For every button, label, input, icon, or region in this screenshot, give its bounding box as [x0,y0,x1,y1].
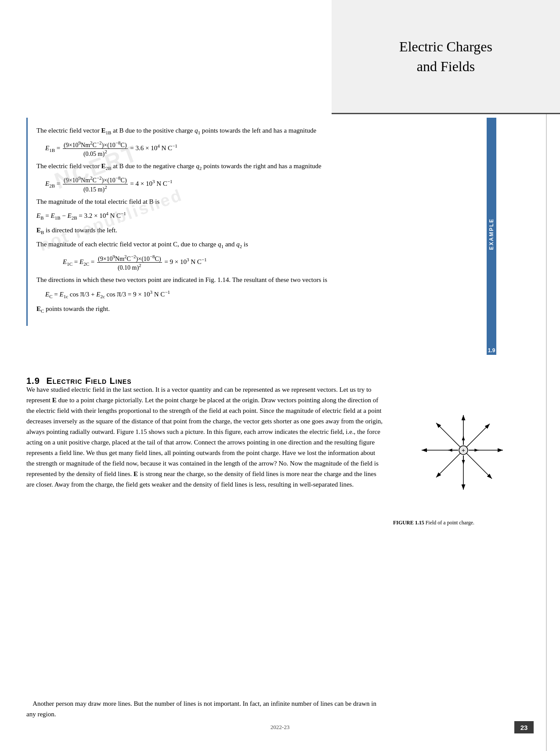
example-sidebar: EXAMPLE [487,118,496,350]
header-area: Electric Charges and Fields [332,0,560,114]
formula1: E1B = (9×109Nm2C−2)×(10−8C) (0.05 m)2 = … [45,140,477,158]
figure-caption-text: Field of a point charge. [424,520,474,526]
example-para2: The electric field vector E2B at B due t… [36,161,477,172]
example-para4: The magnitude of each electric field vec… [36,239,477,250]
year-text: 2022-23 [0,724,560,731]
example-number: 1.9 [487,346,496,355]
example-para6: EC points towards the right. [36,304,477,315]
body-paragraph1: We have studied electric field in the la… [26,384,384,490]
example-label: EXAMPLE [488,218,495,250]
example-para3b: EB is directed towards the left. [36,225,477,236]
svg-line-4 [466,424,490,447]
page-number: 23 [514,721,534,733]
figure-caption: FIGURE 1.15 Field of a point charge. [393,520,534,526]
body-text-bottom: Another person may draw more lines. But … [26,698,384,719]
figure-area: + [393,384,534,526]
formula5: EC = E1c cos π/3 + E2c cos π/3 = 9 × 103… [45,288,477,300]
svg-text:+: + [462,447,465,454]
formula2: E2B = (9×109Nm2C−2)×(10−8C) (0.15 m)2 = … [45,175,477,193]
svg-line-8 [436,453,460,477]
field-lines-figure: + [393,384,534,516]
svg-line-10 [436,423,460,447]
example-para3a: The magnitude of the total electric fiel… [36,197,477,207]
body-paragraph2: Another person may draw more lines. But … [26,698,384,719]
formula4: E1C = E2C = (9×109Nm2C−2)×(10−8C) (0.10 … [63,254,477,271]
title-line1: Electric Charges [399,39,492,54]
formula3: EB = E1B − E2B = 3.2 × 104 N C−1 [36,210,477,222]
figure-caption-bold: FIGURE 1.15 [393,520,424,526]
example-para1: The electric field vector E1B at B due t… [36,126,477,137]
body-text-left: We have studied electric field in the la… [26,384,384,490]
page-title: Electric Charges and Fields [399,37,492,76]
title-line2: and Fields [417,58,475,74]
svg-line-6 [466,453,492,479]
example-content-box: The electric field vector E1B at B due t… [26,118,485,326]
example-para5: The directions in which these two vector… [36,275,477,285]
